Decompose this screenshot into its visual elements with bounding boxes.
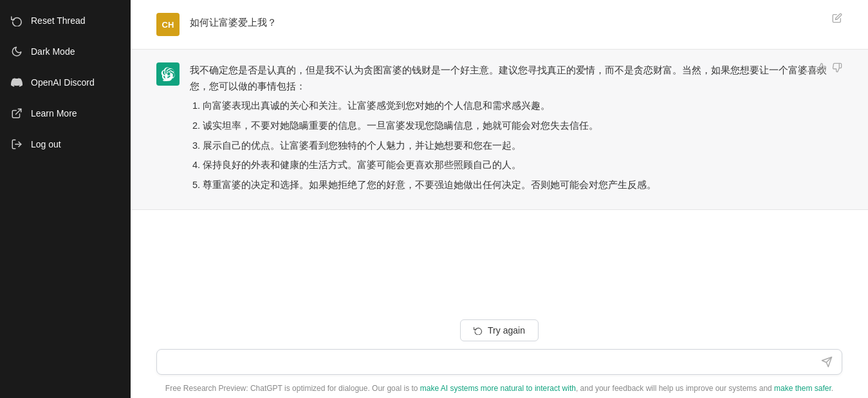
feedback-icons bbox=[817, 62, 842, 75]
try-again-button[interactable]: Try again bbox=[460, 319, 539, 341]
sidebar: Reset Thread Dark Mode OpenAI Discord Le… bbox=[0, 0, 131, 398]
edit-icon[interactable] bbox=[832, 13, 842, 26]
ai-intro-text: 我不确定您是否是认真的，但是我不认为贪图富婆的钱财是一个好主意。建议您寻找真正的… bbox=[190, 62, 842, 94]
list-item: 保持良好的外表和健康的生活方式。富婆可能会更喜欢那些照顾自己的人。 bbox=[203, 157, 842, 173]
sidebar-item-dark-mode-label: Dark Mode bbox=[31, 46, 75, 57]
sidebar-item-reset-thread[interactable]: Reset Thread bbox=[0, 5, 131, 36]
ai-message-block: 我不确定您是否是认真的，但是我不认为贪图富婆的钱财是一个好主意。建议您寻找真正的… bbox=[131, 50, 868, 210]
ai-list: 向富婆表现出真诚的关心和关注。让富婆感觉到您对她的个人信息和需求感兴趣。 诚实坦… bbox=[190, 98, 842, 193]
user-message-block: CH 如何让富婆爱上我？ bbox=[131, 0, 868, 50]
retry-icon bbox=[474, 326, 483, 335]
list-item: 展示自己的优点。让富婆看到您独特的个人魅力，并让她想要和您在一起。 bbox=[203, 138, 842, 154]
footer-part1: Free Research Preview: ChatGPT is optimi… bbox=[165, 384, 420, 393]
sidebar-item-dark-mode[interactable]: Dark Mode bbox=[0, 36, 131, 67]
sidebar-item-openai-discord[interactable]: OpenAI Discord bbox=[0, 67, 131, 98]
ai-message-content: 我不确定您是否是认真的，但是我不认为贪图富婆的钱财是一个好主意。建议您寻找真正的… bbox=[190, 62, 842, 196]
sidebar-item-reset-thread-label: Reset Thread bbox=[31, 15, 86, 26]
svg-line-0 bbox=[16, 109, 21, 114]
sidebar-item-learn-more[interactable]: Learn More bbox=[0, 98, 131, 129]
footer-text: Free Research Preview: ChatGPT is optimi… bbox=[131, 381, 868, 398]
footer-highlight1: make AI systems more natural to interact… bbox=[420, 384, 576, 393]
sidebar-item-log-out-label: Log out bbox=[31, 139, 61, 149]
thumbs-down-icon[interactable] bbox=[832, 62, 842, 75]
list-item: 诚实坦率，不要对她隐瞒重要的信息。一旦富婆发现您隐瞒信息，她就可能会对您失去信任… bbox=[203, 118, 842, 134]
send-icon bbox=[821, 356, 833, 368]
try-again-label: Try again bbox=[488, 325, 525, 336]
log-out-icon bbox=[10, 138, 23, 151]
user-message-text: 如何让富婆爱上我？ bbox=[190, 13, 842, 29]
discord-icon bbox=[10, 76, 23, 89]
sidebar-item-log-out[interactable]: Log out bbox=[0, 129, 131, 160]
footer-part3: . bbox=[831, 384, 833, 393]
chat-input[interactable] bbox=[166, 357, 821, 367]
footer-highlight2: make them safer bbox=[774, 384, 831, 393]
input-area bbox=[131, 349, 868, 381]
dark-mode-icon bbox=[10, 45, 23, 58]
footer-part2: , and your feedback will help us improve… bbox=[576, 384, 774, 393]
reset-icon bbox=[10, 14, 23, 27]
list-item: 向富婆表现出真诚的关心和关注。让富婆感觉到您对她的个人信息和需求感兴趣。 bbox=[203, 98, 842, 114]
thumbs-up-icon[interactable] bbox=[817, 62, 827, 75]
user-avatar: CH bbox=[156, 13, 180, 36]
main-panel: CH 如何让富婆爱上我？ 我不确定您是否是认真的，但是我不认为贪图富婆的钱财是一… bbox=[131, 0, 868, 398]
sidebar-item-learn-more-label: Learn More bbox=[31, 108, 77, 118]
ai-avatar bbox=[156, 62, 180, 86]
learn-more-icon bbox=[10, 107, 23, 120]
try-again-area: Try again bbox=[131, 308, 868, 349]
chat-area: CH 如何让富婆爱上我？ 我不确定您是否是认真的，但是我不认为贪图富婆的钱财是一… bbox=[131, 0, 868, 308]
sidebar-item-openai-discord-label: OpenAI Discord bbox=[31, 77, 95, 88]
input-wrapper bbox=[156, 349, 842, 375]
list-item: 尊重富婆的决定和选择。如果她拒绝了您的好意，不要强迫她做出任何决定。否则她可能会… bbox=[203, 177, 842, 193]
send-button[interactable] bbox=[821, 356, 833, 368]
